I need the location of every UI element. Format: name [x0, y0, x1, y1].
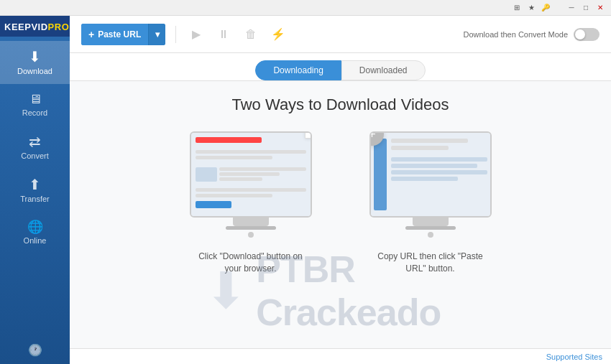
illustration-row: ⬇ — [190, 131, 492, 275]
monitor-dot-1 — [248, 232, 254, 238]
screen-header-bar — [196, 137, 262, 143]
online-icon: 🌐 — [27, 220, 43, 233]
delete-button[interactable]: 🗑 — [241, 24, 261, 45]
main-content: + Paste URL ▾ ▶ ⏸ 🗑 ⚡ Do — [70, 16, 611, 364]
paste-url-dropdown[interactable]: ▾ — [148, 24, 165, 45]
play-icon: ▶ — [192, 27, 201, 41]
flash-icon: ⚡ — [271, 27, 285, 41]
sidebar-label-convert: Convert — [21, 151, 49, 160]
monitor-2: + — [369, 131, 492, 218]
download-convert-label: Download then Convert Mode — [463, 30, 568, 39]
monitor-stand-1 — [233, 218, 269, 226]
paste-url-plus-icon: + — [88, 29, 94, 40]
pause-icon: ⏸ — [218, 28, 229, 41]
maximize-button[interactable]: □ — [581, 3, 591, 13]
supported-sites-link[interactable]: Supported Sites — [546, 353, 602, 361]
play-button[interactable]: ▶ — [186, 24, 206, 45]
sidebar-logo: KEEPVIDPRO — [0, 16, 70, 37]
record-icon: 🖥 — [29, 93, 42, 106]
paste-url-label: Paste URL — [98, 29, 141, 39]
screen-sidebar-blue — [374, 139, 387, 210]
illustration-browser-download: ⬇ — [190, 131, 312, 275]
download-icon: ⬇ — [29, 50, 41, 64]
sidebar-item-transfer[interactable]: ⬆ Transfer — [0, 169, 70, 212]
caption-2: Copy URL then click "Paste URL" button. — [369, 251, 492, 275]
bottom-bar: Supported Sites — [70, 348, 611, 364]
sidebar-clock-icon[interactable]: 🕐 — [21, 336, 50, 364]
screen-content-1 — [191, 133, 311, 213]
sidebar-label-transfer: Transfer — [20, 195, 50, 203]
convert-icon: ⇄ — [29, 134, 41, 149]
icon-star: ★ — [526, 3, 536, 13]
toggle-knob — [575, 29, 585, 39]
screen-thumbnail — [196, 167, 217, 182]
monitor-dot-2 — [428, 232, 433, 238]
toolbar-divider-1 — [175, 26, 176, 43]
logo-text: KEEPVIDPRO — [4, 22, 65, 32]
screen-play-area — [196, 167, 306, 182]
flash-button[interactable]: ⚡ — [268, 24, 288, 45]
tab-downloading[interactable]: Downloading — [255, 60, 341, 80]
caption-1: Click "Download" button on your browser. — [190, 251, 312, 275]
monitor-wrapper-1: ⬇ — [190, 131, 312, 238]
screen2-content — [391, 139, 487, 181]
close-button[interactable]: ✕ — [595, 3, 605, 13]
monitor-wrapper-2: + — [369, 131, 492, 238]
transfer-icon: ⬆ — [29, 177, 41, 192]
icon-key: 🔑 — [541, 3, 551, 13]
minimize-button[interactable]: ─ — [566, 3, 576, 13]
download-convert-toggle[interactable] — [574, 28, 599, 41]
app-body: KEEPVIDPRO ⬇ Download 🖥 Record ⇄ Convert… — [0, 16, 611, 364]
title-bar: ⊞ ★ 🔑 ─ □ ✕ — [0, 0, 611, 16]
sidebar-nav: ⬇ Download 🖥 Record ⇄ Convert ⬆ Transfer… — [0, 37, 70, 336]
toolbar: + Paste URL ▾ ▶ ⏸ 🗑 ⚡ Do — [70, 16, 611, 53]
content-area: Two Ways to Download Videos ⬇ — [70, 81, 611, 348]
screen-download-btn — [196, 201, 231, 208]
dropdown-arrow-icon: ▾ — [155, 29, 160, 39]
sidebar-label-online: Online — [24, 236, 47, 245]
content-title: Two Ways to Download Videos — [231, 95, 449, 114]
monitor-1: ⬇ — [190, 131, 312, 218]
sidebar-item-online[interactable]: 🌐 Online — [0, 212, 70, 253]
icon-grid: ⊞ — [512, 3, 522, 13]
tab-downloaded[interactable]: Downloaded — [341, 60, 426, 80]
window-controls: ⊞ ★ 🔑 ─ □ ✕ — [512, 3, 605, 13]
monitor-screen-2: + — [371, 133, 490, 216]
paste-url-button[interactable]: + Paste URL ▾ — [81, 24, 165, 45]
sidebar-item-download[interactable]: ⬇ Download — [0, 41, 70, 84]
monitor-base-2 — [405, 226, 456, 230]
monitor-base-1 — [226, 226, 276, 230]
tabs-bar: Downloading Downloaded — [70, 53, 611, 81]
paste-url-main[interactable]: + Paste URL — [81, 24, 148, 45]
download-convert-mode: Download then Convert Mode — [463, 28, 599, 41]
pause-button[interactable]: ⏸ — [213, 24, 234, 45]
monitor-screen-1: ⬇ — [191, 133, 311, 216]
download-chat-bubble: ⬇ — [305, 133, 311, 139]
sidebar: KEEPVIDPRO ⬇ Download 🖥 Record ⇄ Convert… — [0, 16, 70, 364]
sidebar-item-record[interactable]: 🖥 Record — [0, 84, 70, 126]
monitor-stand-2 — [413, 218, 449, 226]
sidebar-item-convert[interactable]: ⇄ Convert — [0, 126, 70, 169]
trash-icon: 🗑 — [245, 28, 257, 41]
sidebar-label-record: Record — [22, 108, 47, 117]
sidebar-label-download: Download — [17, 67, 52, 75]
illustration-paste-url: + — [369, 131, 492, 275]
